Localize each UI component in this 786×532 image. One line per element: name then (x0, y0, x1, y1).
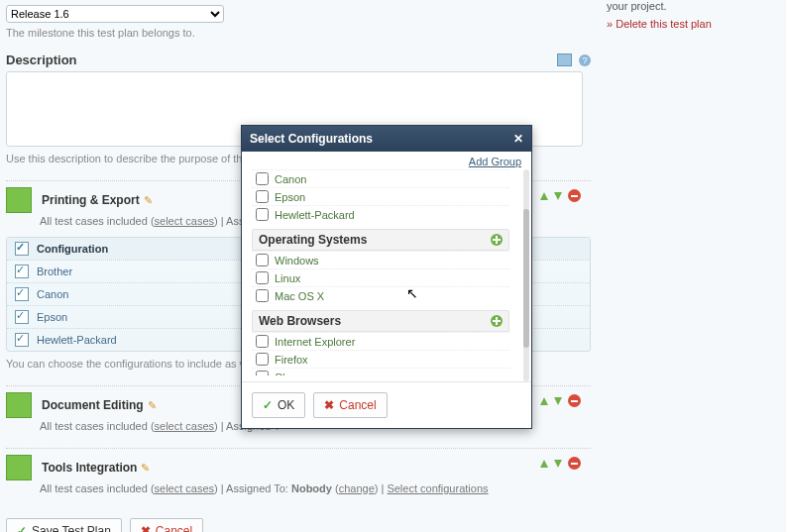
add-group-link[interactable]: Add Group (469, 156, 521, 167)
scrollbar-thumb[interactable] (523, 209, 529, 348)
checkbox-icon[interactable] (15, 242, 29, 256)
config-option-checkbox[interactable] (256, 172, 269, 185)
config-option-row[interactable]: Internet Explorer (252, 332, 509, 350)
suite-panel-tools: Tools Integration ✎ All test cases inclu… (6, 448, 591, 494)
save-button[interactable]: ✓Save Test Plan (6, 518, 122, 532)
checkbox-icon[interactable] (15, 287, 29, 301)
checkbox-icon[interactable] (15, 333, 29, 347)
suite-title: Tools Integration (42, 461, 137, 475)
config-option-checkbox[interactable] (256, 353, 269, 366)
help-icon[interactable]: ? (579, 54, 591, 66)
milestone-select[interactable]: Release 1.6 (6, 5, 224, 23)
select-configurations-link[interactable]: Select configurations (387, 482, 488, 494)
config-option-row[interactable]: Mac OS X (252, 286, 509, 304)
dialog-scroll-area: Canon Epson Hewlett-Packard Operating Sy… (252, 169, 521, 375)
config-option-row[interactable]: Canon (252, 169, 509, 187)
image-icon[interactable] (557, 53, 572, 66)
edit-icon[interactable]: ✎ (148, 399, 157, 412)
change-assignee-link[interactable]: change (339, 482, 375, 494)
suite-title: Printing & Export (42, 193, 140, 207)
ok-button[interactable]: ✓OK (252, 392, 305, 418)
config-option-checkbox[interactable] (256, 289, 269, 302)
move-up-icon[interactable] (540, 460, 548, 468)
delete-test-plan-link[interactable]: Delete this test plan (607, 18, 712, 30)
move-down-icon[interactable] (554, 460, 562, 468)
cancel-button[interactable]: ✖Cancel (130, 518, 203, 532)
edit-icon[interactable]: ✎ (141, 462, 150, 475)
add-option-icon[interactable] (491, 234, 503, 246)
checkbox-icon[interactable] (15, 310, 29, 324)
config-option-checkbox[interactable] (256, 335, 269, 348)
config-option-row[interactable]: Chrome (252, 368, 509, 375)
config-option-row[interactable]: Hewlett-Packard (252, 205, 509, 223)
move-up-icon[interactable] (540, 192, 548, 200)
select-configurations-dialog: Select Configurations ✕ Add Group Canon … (241, 125, 532, 429)
group-header-browsers: Web Browsers (252, 310, 509, 332)
move-down-icon[interactable] (554, 192, 562, 200)
select-cases-link[interactable]: select cases (155, 420, 215, 432)
close-icon[interactable]: ✕ (513, 132, 523, 146)
move-down-icon[interactable] (554, 397, 562, 405)
config-option-row[interactable]: Windows (252, 251, 509, 268)
checkbox-icon[interactable] (15, 265, 29, 278)
select-cases-link[interactable]: select cases (155, 482, 215, 494)
config-option-checkbox[interactable] (256, 371, 269, 375)
config-item-label: Canon (37, 288, 68, 300)
suite-color-swatch (6, 455, 32, 480)
move-up-icon[interactable] (540, 397, 548, 405)
config-option-checkbox[interactable] (256, 190, 269, 203)
suite-color-swatch (6, 187, 32, 213)
description-label: Description (6, 53, 77, 67)
config-item-label: Brother (37, 266, 72, 277)
suite-subtitle: All test cases included (select cases) |… (40, 482, 591, 494)
group-header-os: Operating Systems (252, 229, 509, 251)
dialog-cancel-button[interactable]: ✖Cancel (313, 392, 387, 418)
edit-icon[interactable]: ✎ (144, 194, 153, 207)
suite-title: Document Editing (42, 398, 144, 412)
config-option-checkbox[interactable] (256, 254, 269, 266)
remove-icon[interactable] (568, 457, 581, 470)
suite-color-swatch (6, 392, 32, 418)
remove-icon[interactable] (568, 189, 581, 202)
config-option-row[interactable]: Firefox (252, 350, 509, 368)
config-option-checkbox[interactable] (256, 208, 269, 221)
config-option-row[interactable]: Linux (252, 268, 509, 286)
config-option-row[interactable]: Epson (252, 187, 509, 205)
config-header-label: Configuration (37, 243, 108, 255)
config-item-label: Hewlett-Packard (37, 334, 117, 346)
config-option-checkbox[interactable] (256, 271, 269, 284)
sidebar-note: your project. (607, 0, 785, 12)
config-item-label: Epson (37, 311, 67, 323)
milestone-hint: The milestone this test plan belongs to. (6, 27, 591, 39)
select-cases-link[interactable]: select cases (155, 215, 215, 227)
dialog-title: Select Configurations (250, 132, 373, 146)
add-option-icon[interactable] (491, 315, 503, 327)
remove-icon[interactable] (568, 394, 581, 407)
